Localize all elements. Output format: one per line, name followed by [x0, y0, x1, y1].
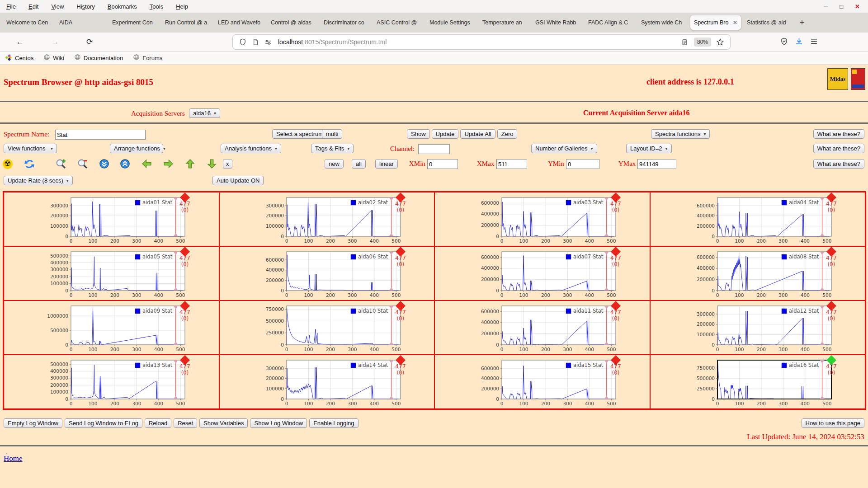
- tab-2[interactable]: AIDA: [56, 15, 106, 30]
- hamburger-menu-icon[interactable]: [810, 37, 818, 47]
- new-tab-button[interactable]: +: [796, 17, 808, 28]
- back-icon[interactable]: ←: [13, 35, 27, 49]
- x-axis-button[interactable]: x: [223, 159, 232, 169]
- spectrum-cell-aida07[interactable]: 01002003004005000200000400000600000aida0…: [434, 246, 650, 300]
- spectrum-chart[interactable]: 01002003004005000200000400000600000aida0…: [474, 193, 627, 245]
- spectrum-chart[interactable]: 01002003004005000100000200000300000aida1…: [259, 356, 412, 408]
- url-bar[interactable]: localhost:8015/Spectrum/Spectrum.tml 80%: [233, 35, 730, 49]
- send-log-window-to-elog-button[interactable]: Send Log Window to ELog: [65, 418, 142, 428]
- spectrum-chart[interactable]: 0100200300400500010000020000030000040000…: [43, 247, 197, 300]
- close-button[interactable]: ✕: [855, 3, 860, 10]
- spectrum-chart[interactable]: 01002003004005000200000400000600000aida0…: [474, 247, 627, 300]
- scroll-up-icon[interactable]: [119, 158, 131, 169]
- spectrum-chart[interactable]: 01002003004005000100000200000300000aida1…: [689, 301, 843, 354]
- menu-history[interactable]: History: [70, 3, 101, 10]
- ymax-input[interactable]: [637, 159, 676, 169]
- spectrum-chart[interactable]: 01002003004005000200000400000600000aida1…: [474, 301, 627, 354]
- new-button[interactable]: new: [325, 159, 344, 169]
- spectrum-chart[interactable]: 01002003004005000200000400000600000aida0…: [689, 193, 843, 245]
- spectrum-cell-aida05[interactable]: 0100200300400500010000020000030000040000…: [4, 246, 219, 300]
- bookmark-wiki[interactable]: Wiki: [43, 54, 64, 62]
- linear-button[interactable]: linear: [375, 159, 398, 169]
- spectrum-cell-aida10[interactable]: 01002003004005000250000500000750000aida1…: [219, 300, 435, 355]
- spectrum-cell-aida16[interactable]: 01002003004005000250000500000750000aida1…: [650, 355, 866, 409]
- show-log-window-button[interactable]: Show Log Window: [250, 418, 307, 428]
- bookmark-centos[interactable]: Centos: [5, 54, 33, 62]
- scroll-down-icon[interactable]: [99, 158, 110, 169]
- bookmark-documentation[interactable]: Documentation: [74, 54, 123, 62]
- analysis-functions-select[interactable]: Analysis functions▾: [221, 144, 281, 153]
- arrow-down-icon[interactable]: [206, 158, 217, 169]
- layout-id-select[interactable]: Layout ID=2▾: [626, 144, 672, 153]
- menu-bookmarks[interactable]: Bookmarks: [101, 3, 143, 10]
- zoom-in-icon[interactable]: [55, 158, 66, 169]
- update-all-button[interactable]: Update All: [460, 129, 495, 139]
- multi-button[interactable]: multi: [322, 129, 342, 139]
- menu-file[interactable]: File: [0, 3, 22, 10]
- arrow-right-icon[interactable]: [163, 158, 174, 169]
- tab-13[interactable]: System wide Ch: [637, 15, 688, 30]
- view-functions-select[interactable]: View functions▾: [4, 144, 57, 153]
- tab-6[interactable]: Control @ aidas: [267, 15, 318, 30]
- arrow-left-icon[interactable]: [141, 158, 152, 169]
- ymin-input[interactable]: [566, 159, 599, 169]
- enable-logging-button[interactable]: Enable Logging: [309, 418, 358, 428]
- spectrum-cell-aida15[interactable]: 01002003004005000200000400000600000aida1…: [434, 355, 650, 409]
- spectrum-chart[interactable]: 01002003004005000100000200000300000aida0…: [43, 193, 197, 245]
- permissions-icon[interactable]: [262, 37, 274, 47]
- spectrum-cell-aida11[interactable]: 01002003004005000200000400000600000aida1…: [434, 300, 650, 355]
- tab-9[interactable]: Module Settings: [426, 15, 476, 30]
- tags-fits-select[interactable]: Tags & Fits▾: [311, 144, 354, 153]
- tab-14[interactable]: Spectrum Bro✕: [690, 15, 741, 30]
- spectrum-chart[interactable]: 01002003004005000200000400000600000aida0…: [259, 247, 412, 300]
- how-to-use-button[interactable]: How to use this page: [802, 418, 864, 428]
- zero-button[interactable]: Zero: [497, 129, 518, 139]
- auto-update-button[interactable]: Auto Update ON: [212, 176, 264, 185]
- spectrum-cell-aida06[interactable]: 01002003004005000200000400000600000aida0…: [219, 246, 435, 300]
- maximize-button[interactable]: □: [840, 3, 843, 10]
- tab-close-icon[interactable]: ✕: [733, 19, 737, 26]
- tab-15[interactable]: Statistics @ aid: [743, 15, 794, 30]
- tab-4[interactable]: Run Control @ a: [161, 15, 212, 30]
- shield-check-icon[interactable]: [780, 37, 788, 47]
- tab-11[interactable]: GSI White Rabb: [532, 15, 582, 30]
- bookmark-star-icon[interactable]: [714, 37, 726, 47]
- acquisition-server-select[interactable]: aida16▾: [189, 108, 220, 118]
- spectrum-chart[interactable]: 01002003004005000250000500000750000aida1…: [689, 356, 843, 408]
- spectrum-name-input[interactable]: [55, 130, 146, 140]
- tab-1[interactable]: Welcome to Cen: [3, 15, 53, 30]
- spectra-functions-select[interactable]: Spectra functions▾: [651, 129, 710, 139]
- what-are-these-button-1[interactable]: What are these?: [813, 129, 864, 139]
- home-link[interactable]: Home: [4, 454, 23, 463]
- spectrum-cell-aida13[interactable]: 0100200300400500010000020000030000040000…: [4, 355, 219, 409]
- show-button[interactable]: Show: [407, 129, 430, 139]
- spectrum-cell-aida12[interactable]: 01002003004005000100000200000300000aida1…: [650, 300, 866, 355]
- xmax-input[interactable]: [496, 159, 527, 169]
- arrow-up-icon[interactable]: [184, 158, 196, 169]
- minimize-button[interactable]: ─: [824, 3, 828, 10]
- spectrum-chart[interactable]: 01002003004005000200000400000600000aida1…: [474, 356, 627, 408]
- tab-7[interactable]: Discriminator co: [320, 15, 371, 30]
- spectrum-cell-aida14[interactable]: 01002003004005000100000200000300000aida1…: [219, 355, 435, 409]
- zoom-level-badge[interactable]: 80%: [694, 38, 711, 47]
- tab-12[interactable]: FADC Align & C: [585, 15, 635, 30]
- menu-view[interactable]: View: [45, 3, 70, 10]
- number-of-galleries-select[interactable]: Number of Galleries▾: [531, 144, 597, 153]
- tab-8[interactable]: ASIC Control @: [373, 15, 424, 30]
- spectrum-chart[interactable]: 01002003004005000250000500000750000aida1…: [259, 301, 412, 354]
- spectrum-chart[interactable]: 01002003004005000100000200000300000aida0…: [259, 193, 412, 245]
- forward-icon[interactable]: →: [48, 35, 62, 49]
- reader-mode-icon[interactable]: [679, 37, 691, 47]
- zoom-out-icon[interactable]: [77, 158, 88, 169]
- spectrum-cell-aida03[interactable]: 01002003004005000200000400000600000aida0…: [434, 192, 650, 246]
- tab-10[interactable]: Temperature an: [479, 15, 529, 30]
- show-variables-button[interactable]: Show Variables: [199, 418, 248, 428]
- bookmark-forums[interactable]: Forums: [133, 54, 162, 62]
- what-are-these-button-3[interactable]: What are these?: [813, 159, 864, 169]
- refresh-icon[interactable]: [24, 158, 35, 169]
- arrange-functions-select[interactable]: Arrange functions▾: [110, 144, 163, 153]
- menu-help[interactable]: Help: [170, 3, 194, 10]
- spectrum-chart[interactable]: 01002003004005000200000400000600000aida0…: [689, 247, 843, 300]
- url-text[interactable]: localhost:8015/Spectrum/Spectrum.tml: [278, 38, 679, 46]
- what-are-these-button-2[interactable]: What are these?: [813, 144, 864, 153]
